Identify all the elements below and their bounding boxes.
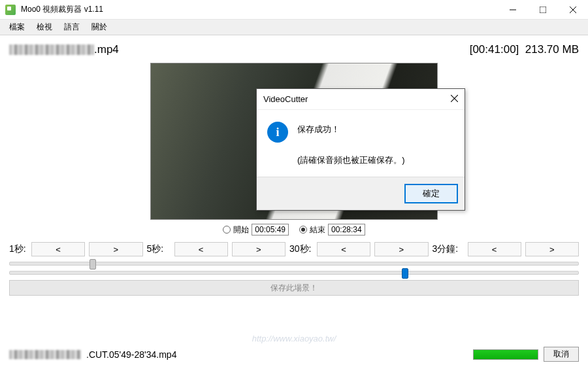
app-icon [5, 5, 16, 15]
menu-view[interactable]: 檢視 [31, 20, 57, 34]
dialog-buttons: 確定 [257, 177, 465, 210]
step-3m-back[interactable]: < [468, 242, 521, 256]
step-3m-label: 3分鐘: [433, 243, 464, 255]
start-time-input[interactable]: 00:05:49 [252, 224, 289, 236]
slider-end[interactable] [9, 271, 579, 275]
output-ext: .CUT.05'49-28'34.mp4 [86, 349, 176, 360]
titlebar: Moo0 視頻裁剪器 v1.11 [0, 0, 588, 20]
dialog-message: 保存成功！ (請確保音頻也被正確保存。) [297, 122, 405, 167]
step-5s-back[interactable]: < [174, 242, 228, 256]
file-row: .mp4 [00:41:00] 213.70 MB [9, 41, 579, 59]
end-label: 結束 [310, 224, 325, 236]
filename-redacted [9, 44, 94, 55]
end-time-input[interactable]: 00:28:34 [328, 224, 365, 236]
start-radio[interactable] [223, 226, 231, 234]
window-title: Moo0 視頻裁剪器 v1.11 [21, 4, 498, 15]
dialog-close-button[interactable] [451, 94, 458, 104]
file-info: [00:41:00] 213.70 MB [470, 43, 579, 56]
dialog: VideoCutter i 保存成功！ (請確保音頻也被正確保存。) 確定 [256, 88, 465, 211]
step-1s-label: 1秒: [9, 243, 27, 255]
step-1s-fwd[interactable]: > [89, 242, 142, 256]
step-1s-back[interactable]: < [31, 242, 85, 256]
dialog-line2: (請確保音頻也被正確保存。) [297, 152, 405, 167]
file-size: 213.70 MB [525, 43, 579, 56]
start-label: 開始 [233, 224, 249, 236]
step-5s-fwd[interactable]: > [232, 242, 286, 256]
file-extension: .mp4 [94, 43, 119, 56]
close-button[interactable] [558, 0, 588, 20]
step-30s-fwd[interactable]: > [374, 242, 428, 256]
menubar: 檔案 檢視 語言 關於 [0, 20, 588, 35]
file-duration: [00:41:00] [470, 43, 519, 56]
menu-file[interactable]: 檔案 [4, 20, 30, 34]
output-name-redacted [9, 350, 81, 359]
close-icon [451, 95, 458, 102]
dialog-title-text: VideoCutter [263, 94, 308, 104]
window-controls [498, 0, 588, 20]
step-3m-fwd[interactable]: > [525, 242, 579, 256]
dialog-line1: 保存成功！ [297, 122, 405, 137]
step-5s-label: 5秒: [147, 243, 171, 255]
ok-button[interactable]: 確定 [404, 184, 458, 203]
step-row: 1秒: < > 5秒: < > 30秒: < > 3分鐘: < > [9, 242, 579, 256]
end-radio[interactable] [299, 226, 307, 234]
menu-lang[interactable]: 語言 [59, 20, 85, 34]
slider-start[interactable] [9, 262, 579, 266]
status-row: .CUT.05'49-28'34.mp4 取消 [9, 347, 579, 362]
maximize-button[interactable] [528, 0, 558, 20]
save-scene-button[interactable]: 保存此場景！ [9, 280, 579, 296]
step-30s-label: 30秒: [289, 243, 313, 255]
minimize-button[interactable] [498, 0, 528, 20]
seek-row: 開始 00:05:49 結束 00:28:34 [9, 224, 579, 236]
dialog-body: i 保存成功！ (請確保音頻也被正確保存。) [257, 110, 465, 177]
slider-start-thumb[interactable] [90, 259, 96, 270]
end-group: 結束 00:28:34 [299, 224, 365, 236]
start-group: 開始 00:05:49 [223, 224, 289, 236]
watermark: http://www.xiaoyao.tw/ [252, 334, 336, 343]
dialog-titlebar: VideoCutter [257, 89, 465, 110]
progress-bar [473, 349, 538, 360]
info-icon: i [267, 122, 288, 143]
svg-rect-1 [540, 7, 546, 13]
cancel-button[interactable]: 取消 [544, 347, 579, 362]
step-30s-back[interactable]: < [317, 242, 370, 256]
menu-about[interactable]: 關於 [86, 20, 112, 34]
slider-end-thumb[interactable] [402, 268, 408, 279]
